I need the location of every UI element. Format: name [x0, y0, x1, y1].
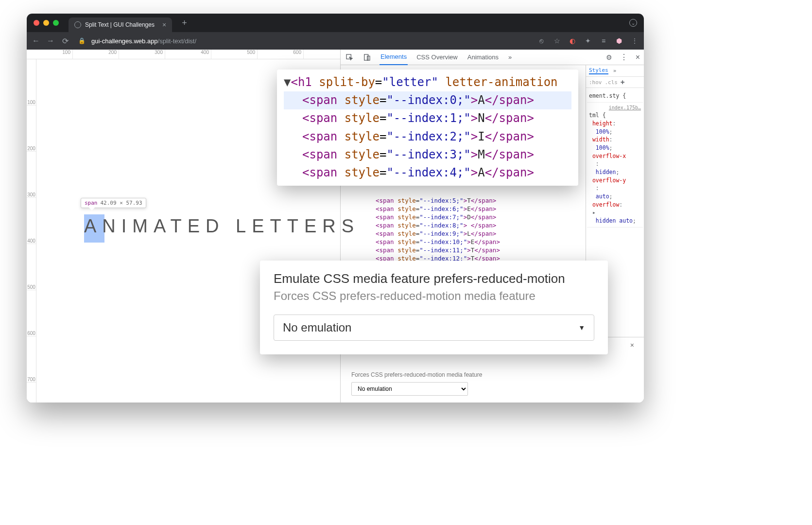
close-devtools-icon[interactable]: ×	[636, 53, 640, 62]
reload-icon[interactable]: ⟳	[61, 36, 69, 46]
dom-text: A	[478, 166, 484, 179]
window-min-dot[interactable]	[43, 20, 49, 26]
tab-close-icon[interactable]: ×	[162, 21, 166, 29]
svg-rect-2	[367, 56, 370, 60]
idx: 2	[449, 130, 456, 143]
tab-css-overview[interactable]: CSS Overview	[415, 50, 459, 65]
hov-toggle[interactable]: :hov	[589, 79, 602, 86]
back-icon[interactable]: ←	[32, 36, 40, 45]
ruler-mark: 300	[119, 50, 165, 59]
tab-title: Split Text | GUI Challenges	[85, 21, 155, 28]
callout-select[interactable]: No emulation ▼	[274, 315, 594, 341]
ruler-vertical: 100 200 300 400 500 600 700 800	[27, 59, 36, 402]
svg-rect-1	[364, 54, 368, 60]
dom-text: E	[467, 205, 471, 212]
ruler-mark: 100	[27, 59, 36, 105]
extensions-icon[interactable]: ✦	[584, 36, 592, 45]
ruler-mark: 100	[27, 50, 73, 59]
rule-selector[interactable]: ement.sty {	[589, 92, 641, 100]
favicon-icon	[74, 21, 81, 28]
inspect-icon[interactable]	[345, 52, 354, 62]
css-val[interactable]: auto	[596, 193, 609, 200]
devtools-tabs: Elements CSS Overview Animations » ⚙ ⋮ ×	[341, 50, 644, 65]
css-val[interactable]: 100%	[596, 144, 609, 151]
css-prop[interactable]: width	[592, 136, 609, 143]
tab-animations[interactable]: Animations	[466, 50, 500, 65]
ruler-horizontal: 100 200 300 400 500 600	[27, 50, 340, 59]
device-icon[interactable]	[362, 52, 372, 62]
rule-selector[interactable]: tml {	[589, 111, 641, 120]
browser-tab[interactable]: Split Text | GUI Challenges ×	[69, 18, 172, 32]
ruler-mark: 500	[27, 244, 36, 290]
chevron-down-icon: ▼	[578, 324, 585, 332]
dom-text: A	[478, 93, 484, 107]
callout-subtitle: Forces CSS prefers-reduced-motion media …	[274, 289, 594, 303]
tooltip-dims: 42.09 × 57.93	[101, 200, 142, 206]
idx: 1	[449, 111, 456, 125]
styles-tab-more[interactable]: »	[613, 68, 617, 74]
styles-tabs: Styles »	[586, 65, 644, 77]
url-host: gui-challenges.web.app	[91, 37, 158, 45]
account-icon[interactable]: ⌄	[629, 19, 637, 27]
more-icon[interactable]: ⋮	[620, 52, 628, 62]
attr-name: letter-animation	[445, 75, 557, 89]
ruler-mark: 200	[27, 105, 36, 152]
css-val[interactable]: hidden	[596, 169, 616, 175]
ruler-mark: 400	[27, 198, 36, 244]
ruler-mark: 400	[165, 50, 211, 59]
styles-tab-styles[interactable]: Styles	[589, 67, 608, 74]
window-max-dot[interactable]	[53, 20, 59, 26]
idx: 0	[449, 93, 456, 107]
css-val[interactable]: 100%	[596, 128, 609, 135]
star-icon[interactable]: ☆	[553, 36, 561, 45]
forward-icon[interactable]: →	[46, 36, 55, 45]
dom-text: D	[467, 213, 471, 221]
url-path: /split-text/dist/	[158, 37, 196, 45]
callout-title: Emulate CSS media feature prefers-reduce…	[274, 271, 594, 286]
tab-more[interactable]: »	[507, 50, 513, 65]
gear-icon[interactable]: ⚙	[606, 53, 612, 61]
page-heading: ANIMATED LETTERS	[84, 216, 360, 237]
ruler-mark: 700	[27, 336, 36, 383]
tab-elements[interactable]: Elements	[380, 50, 408, 65]
dom-text: I	[478, 130, 484, 143]
dom-text: M	[478, 148, 484, 161]
css-prop[interactable]: overflow	[592, 201, 619, 208]
url-field[interactable]: gui-challenges.web.app /split-text/dist/	[91, 37, 531, 45]
attr-name: split-by	[319, 75, 375, 89]
dom-text: N	[478, 111, 484, 125]
profile-icon[interactable]: ⬢	[615, 36, 623, 45]
ruler-mark: 600	[258, 50, 304, 59]
rule-source[interactable]: index.175b…	[589, 105, 641, 112]
new-style-icon[interactable]: +	[621, 78, 624, 86]
translate-icon[interactable]: ⎋	[537, 36, 546, 45]
styles-rules: ement.sty { index.175b… tml { height: 10…	[586, 88, 644, 229]
css-prop[interactable]: overflow-y	[592, 177, 626, 184]
new-tab-icon[interactable]: +	[182, 18, 187, 28]
emulation-select[interactable]: No emulation	[351, 382, 468, 396]
reading-list-icon[interactable]: ≡	[599, 36, 608, 45]
drawer-desc: Forces CSS prefers-reduced-motion media …	[351, 371, 633, 378]
lock-icon[interactable]: 🔒	[78, 37, 86, 44]
callout-select-value: No emulation	[283, 321, 351, 334]
toolbar-right: ⎋ ☆ ◐ ✦ ≡ ⬢ ⋮	[537, 36, 639, 45]
css-val[interactable]: hidden auto	[596, 217, 633, 224]
dom-text: L	[467, 230, 471, 237]
idx: 3	[449, 148, 456, 161]
callout-dom-zoom: ▼<h1 split-by="letter" letter-animation …	[277, 70, 578, 186]
extension-icon-1[interactable]: ◐	[568, 36, 577, 45]
drawer-close-icon[interactable]: ×	[630, 341, 634, 349]
styles-filter: :hov .cls +	[586, 77, 644, 88]
address-bar: ← → ⟳ 🔒 gui-challenges.web.app /split-te…	[27, 32, 644, 50]
cls-toggle[interactable]: .cls	[605, 79, 618, 86]
window-close-dot[interactable]	[34, 20, 39, 26]
attr-value: letter	[389, 75, 432, 89]
dom-text: T	[467, 197, 471, 204]
ruler-mark: 500	[211, 50, 258, 59]
ruler-mark: 200	[73, 50, 119, 59]
menu-icon[interactable]: ⋮	[630, 36, 639, 45]
inspector-tooltip: span 42.09 × 57.93	[81, 198, 146, 208]
css-prop[interactable]: height	[592, 120, 613, 127]
css-prop[interactable]: overflow-x	[592, 153, 626, 159]
titlebar: Split Text | GUI Challenges × + ⌄	[27, 14, 644, 32]
